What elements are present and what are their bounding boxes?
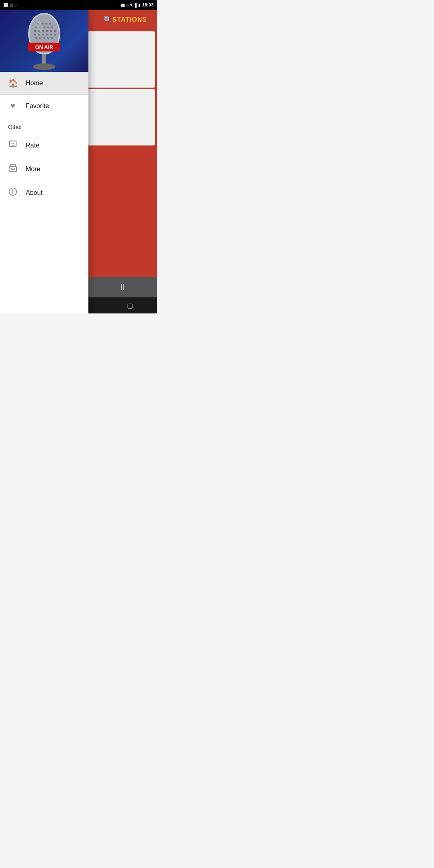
battery-icon: ▮ (138, 3, 141, 7)
music-icon: ♪ (15, 3, 17, 7)
svg-point-19 (49, 23, 51, 25)
player-bar[interactable]: ⏸ (88, 277, 157, 297)
other-section-label: Other (0, 117, 88, 133)
screen: 🔍 STATIONS (0, 10, 157, 313)
pause-icon[interactable]: ⏸ (118, 282, 127, 293)
svg-point-31 (34, 34, 36, 36)
status-bar-right: ▣ ⬦ ▾ ▐ ▮ 18:03 (121, 2, 154, 7)
more-menu-item[interactable]: More (0, 157, 88, 181)
svg-point-38 (39, 37, 41, 39)
svg-point-41 (51, 37, 53, 39)
svg-point-18 (45, 23, 47, 25)
svg-point-40 (47, 37, 49, 39)
status-bar-left: ⬜ ◎ ♪ (3, 3, 17, 7)
about-icon (8, 187, 18, 198)
search-icon[interactable]: 🔍 (103, 15, 112, 24)
home-label: Home (26, 80, 43, 87)
drawer-hero: ON AIR (0, 10, 88, 72)
svg-point-28 (46, 30, 48, 32)
rate-icon (8, 140, 18, 151)
home-icon: 🏠 (8, 78, 18, 88)
signal-icon: ▐ (134, 3, 137, 7)
svg-point-30 (54, 30, 56, 32)
rate-menu-item[interactable]: Rate (0, 133, 88, 157)
wifi-icon: ▾ (130, 3, 132, 7)
more-label: More (26, 166, 40, 173)
svg-point-45 (33, 63, 55, 70)
sim-icon: ⬜ (3, 3, 8, 7)
svg-text:ON AIR: ON AIR (35, 44, 53, 50)
about-label: About (26, 189, 43, 197)
time-label: 18:03 (142, 2, 154, 7)
stations-label: STATIONS (112, 16, 147, 23)
svg-point-23 (47, 27, 49, 29)
svg-point-25 (34, 30, 36, 32)
svg-point-39 (43, 37, 45, 39)
more-icon (8, 164, 18, 174)
cast-icon: ▣ (121, 3, 125, 7)
favorite-menu-item[interactable]: ♥ Favorite (0, 95, 88, 117)
svg-point-52 (12, 168, 14, 170)
favorite-label: Favorite (26, 102, 49, 110)
svg-point-35 (50, 34, 52, 36)
recent-button[interactable]: ▢ (127, 302, 133, 309)
svg-point-33 (42, 34, 44, 36)
svg-line-48 (11, 143, 13, 144)
camera-icon: ◎ (10, 3, 13, 7)
navigation-drawer: ON AIR 🏠 Home ♥ Favorite Other (0, 10, 88, 313)
svg-point-37 (35, 37, 37, 39)
svg-point-34 (46, 34, 48, 36)
home-menu-item[interactable]: 🏠 Home (0, 72, 88, 94)
svg-point-36 (54, 34, 56, 36)
status-bar: ⬜ ◎ ♪ ▣ ⬦ ▾ ▐ ▮ 18:03 (0, 0, 157, 10)
rate-label: Rate (26, 142, 39, 149)
sync-icon: ⬦ (126, 3, 129, 7)
svg-point-29 (50, 30, 52, 32)
svg-point-51 (11, 168, 12, 170)
svg-point-32 (38, 34, 40, 36)
svg-line-49 (13, 143, 15, 144)
svg-point-53 (14, 168, 15, 170)
favorite-icon: ♥ (8, 101, 18, 111)
about-menu-item[interactable]: About (0, 181, 88, 205)
svg-point-24 (51, 27, 53, 29)
svg-point-22 (43, 27, 45, 29)
svg-point-56 (12, 189, 14, 190)
